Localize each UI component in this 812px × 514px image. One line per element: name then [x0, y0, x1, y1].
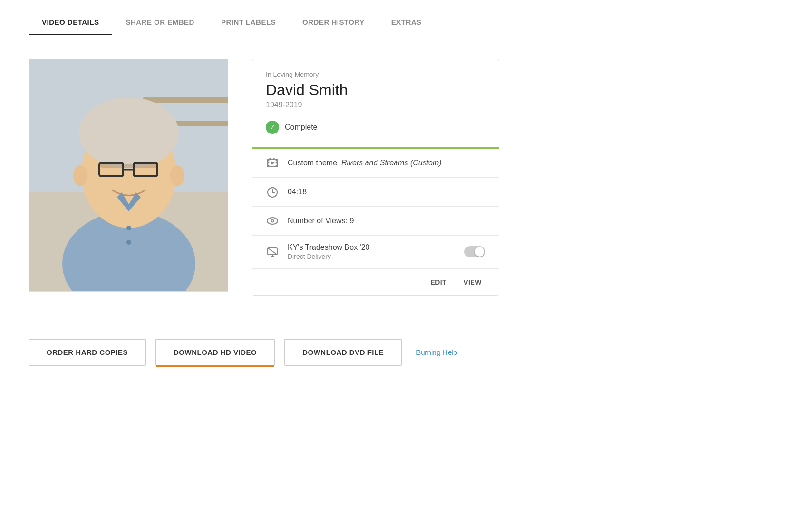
svg-marker-18 — [271, 161, 275, 165]
tab-bar: VIDEO DETAILS SHARE OR EMBED PRINT LABEL… — [0, 10, 812, 35]
svg-point-16 — [126, 240, 131, 245]
timer-icon — [266, 185, 279, 199]
duration-row: 04:18 — [252, 178, 499, 207]
tab-print-labels[interactable]: PRINT LABELS — [208, 10, 289, 35]
info-header: In Loving Memory David Smith 1949-2019 ✓… — [252, 59, 499, 147]
delivery-toggle[interactable] — [464, 246, 485, 257]
tab-order-history[interactable]: ORDER HISTORY — [289, 10, 378, 35]
order-hard-copies-button[interactable]: ORDER HARD COPIES — [29, 339, 146, 366]
info-card: In Loving Memory David Smith 1949-2019 ✓… — [252, 59, 499, 296]
svg-point-7 — [79, 97, 179, 169]
views-row: Number of Views: 9 — [252, 207, 499, 236]
duration-content: 04:18 — [288, 188, 485, 196]
theme-content: Custom theme: Rivers and Streams (Custom… — [288, 159, 485, 167]
main-content: In Loving Memory David Smith 1949-2019 ✓… — [0, 35, 812, 320]
svg-rect-2 — [143, 97, 228, 103]
views-content: Number of Views: 9 — [288, 217, 485, 225]
svg-point-13 — [170, 165, 184, 186]
complete-icon: ✓ — [266, 121, 279, 134]
edit-button[interactable]: EDIT — [426, 276, 450, 288]
burning-help-link[interactable]: Burning Help — [416, 348, 457, 356]
delivery-title: KY's Tradeshow Box '20 — [288, 243, 456, 252]
theme-label: Custom theme: — [288, 159, 341, 167]
tab-share-or-embed[interactable]: SHARE OR EMBED — [112, 10, 208, 35]
tab-video-details[interactable]: VIDEO DETAILS — [29, 10, 112, 35]
svg-point-12 — [73, 165, 87, 186]
action-row: EDIT VIEW — [252, 268, 499, 295]
download-hd-video-button[interactable]: DOWNLOAD HD VIDEO — [155, 339, 275, 366]
svg-rect-8 — [100, 164, 157, 168]
eye-icon — [266, 214, 279, 228]
person-subtitle: In Loving Memory — [266, 71, 485, 78]
tab-extras[interactable]: EXTRAS — [378, 10, 435, 35]
svg-line-35 — [268, 248, 277, 255]
person-name: David Smith — [266, 81, 485, 99]
person-years: 1949-2019 — [266, 101, 485, 109]
view-button[interactable]: VIEW — [460, 276, 485, 288]
delivery-sub: Direct Delivery — [288, 253, 456, 260]
status-row: ✓ Complete — [266, 117, 485, 138]
bottom-bar: ORDER HARD COPIES DOWNLOAD HD VIDEO DOWN… — [0, 324, 812, 380]
svg-point-15 — [126, 226, 131, 230]
delivery-row: KY's Tradeshow Box '20 Direct Delivery — [252, 236, 499, 268]
status-text: Complete — [285, 123, 317, 132]
person-photo — [29, 59, 228, 292]
delivery-content: KY's Tradeshow Box '20 Direct Delivery — [288, 243, 456, 260]
film-icon — [266, 156, 279, 170]
download-dvd-file-button[interactable]: DOWNLOAD DVD FILE — [284, 339, 402, 366]
portrait-svg — [29, 59, 228, 291]
theme-row: Custom theme: Rivers and Streams (Custom… — [252, 149, 499, 178]
theme-value: Rivers and Streams (Custom) — [341, 159, 442, 167]
toggle-knob — [475, 247, 484, 257]
svg-point-31 — [272, 220, 273, 222]
tv-off-icon — [266, 245, 279, 258]
